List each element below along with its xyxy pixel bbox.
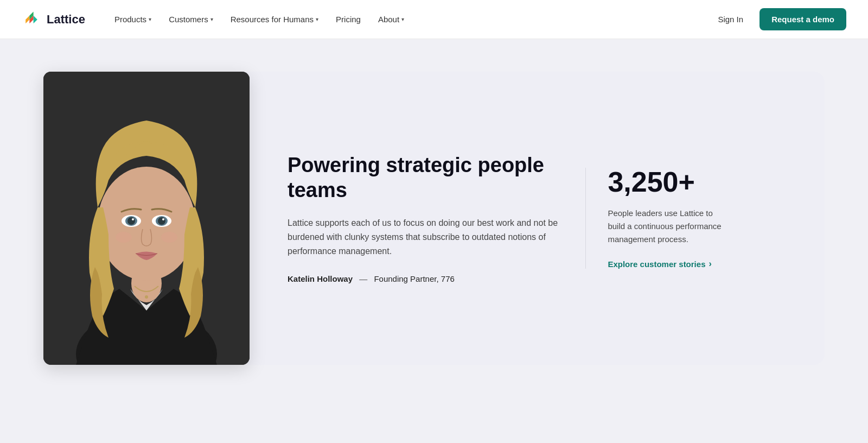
svg-point-16 (162, 218, 164, 220)
svg-point-14 (158, 217, 165, 225)
hero-section: Powering strategic people teams Lattice … (43, 72, 825, 365)
request-demo-button[interactable]: Request a demo (760, 8, 846, 30)
chevron-right-icon: › (709, 259, 711, 269)
explore-stories-link[interactable]: Explore customer stories › (608, 259, 792, 269)
svg-point-15 (132, 218, 134, 220)
nav-products[interactable]: Products ▾ (107, 10, 159, 28)
svg-point-13 (127, 217, 135, 225)
hero-attribution: Katelin Holloway — Founding Partner, 776 (288, 274, 564, 283)
attribution-role: Founding Partner, 776 (374, 274, 454, 283)
photo-placeholder (43, 72, 250, 365)
person-illustration (43, 72, 250, 365)
hero-stat-section: 3,250+ People leaders use Lattice to bui… (585, 168, 792, 269)
nav-resources[interactable]: Resources for Humans ▾ (223, 10, 326, 28)
nav-about[interactable]: About ▾ (371, 10, 412, 28)
navbar: Lattice Products ▾ Customers ▾ Resources… (0, 0, 868, 39)
svg-point-7 (145, 295, 148, 299)
svg-point-18 (161, 232, 177, 243)
products-chevron-icon: ▾ (149, 16, 151, 22)
about-chevron-icon: ▾ (401, 16, 404, 22)
svg-marker-0 (25, 15, 29, 23)
attribution-dash: — (359, 274, 369, 283)
hero-title: Powering strategic people teams (288, 153, 564, 202)
nav-pricing[interactable]: Pricing (328, 10, 368, 28)
nav-links: Products ▾ Customers ▾ Resources for Hum… (107, 10, 711, 28)
hero-quote-section: Powering strategic people teams Lattice … (288, 153, 564, 283)
testimonial-photo (43, 72, 250, 365)
customers-chevron-icon: ▾ (210, 16, 213, 22)
attribution-name: Katelin Holloway (288, 274, 353, 283)
hero-quote-text: Lattice supports each of us to focus on … (288, 216, 559, 259)
resources-chevron-icon: ▾ (316, 16, 318, 22)
svg-point-17 (116, 232, 132, 243)
hero-card: Powering strategic people teams Lattice … (233, 72, 825, 365)
nav-actions: Sign In Request a demo (710, 8, 846, 30)
lattice-logo-icon (22, 10, 41, 29)
nav-customers[interactable]: Customers ▾ (161, 10, 221, 28)
logo-link[interactable]: Lattice (22, 10, 85, 29)
svg-point-8 (98, 167, 195, 281)
signin-button[interactable]: Sign In (710, 10, 751, 28)
stat-description: People leaders use Lattice to build a co… (608, 207, 727, 246)
stat-number: 3,250+ (608, 168, 792, 196)
logo-text: Lattice (47, 12, 85, 27)
main-content: Powering strategic people teams Lattice … (0, 39, 868, 443)
svg-marker-3 (34, 15, 37, 23)
